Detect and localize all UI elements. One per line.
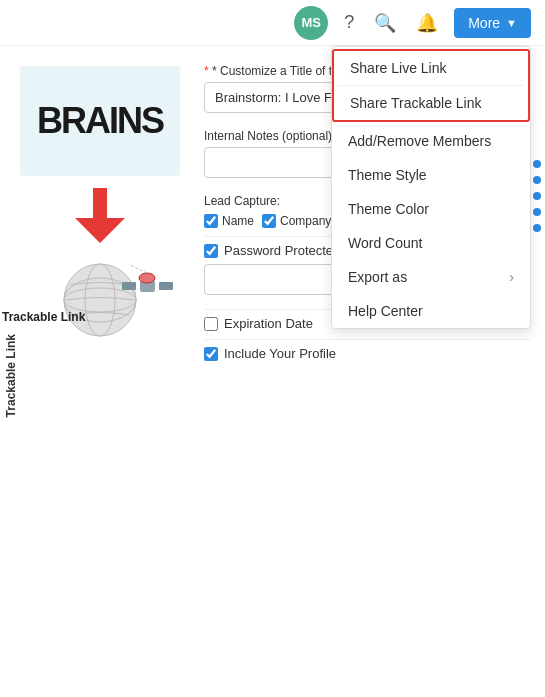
include-profile-checkbox[interactable] [204,347,218,361]
red-arrow-icon [75,188,125,243]
dropdown-item-word-count[interactable]: Word Count [332,226,530,260]
search-button[interactable]: 🔍 [370,8,400,38]
dropdown-item-theme-color[interactable]: Theme Color [332,192,530,226]
doc-thumbnail-text: BRAINS [37,100,163,142]
dot-3 [533,192,541,200]
checkbox-name[interactable]: Name [204,214,254,228]
trackable-link-sidebar-label: Trackable Link [0,330,22,421]
share-trackable-label: Share Trackable Link [350,95,482,111]
search-icon: 🔍 [374,12,396,34]
satellite-svg [120,260,175,315]
password-protected-checkbox[interactable] [204,244,218,258]
svg-marker-1 [75,218,125,243]
include-profile-label: Include Your Profile [224,346,336,361]
required-marker: * [204,64,209,78]
avatar[interactable]: MS [294,6,328,40]
dot-5 [533,224,541,232]
checkbox-name-input[interactable] [204,214,218,228]
svg-rect-0 [93,188,107,220]
question-icon: ? [344,12,354,33]
dot-2 [533,176,541,184]
add-remove-label: Add/Remove Members [348,133,491,149]
word-count-label: Word Count [348,235,422,251]
arrow-right-icon: › [509,269,514,285]
divider-3 [204,339,531,340]
expiration-date-checkbox[interactable] [204,317,218,331]
help-button[interactable]: ? [340,8,358,37]
theme-color-label: Theme Color [348,201,429,217]
dot-4 [533,208,541,216]
dropdown-item-export-as[interactable]: Export as › [332,260,530,294]
header: MS ? 🔍 🔔 More ▼ [0,0,545,46]
dropdown-item-help-center[interactable]: Help Center [332,294,530,328]
trackable-link-label: Trackable Link [2,310,85,324]
expiration-date-label: Expiration Date [224,316,313,331]
checkbox-company-input[interactable] [262,214,276,228]
more-label: More [468,15,500,31]
svg-point-9 [139,273,155,283]
bell-icon: 🔔 [416,12,438,34]
scroll-dots [533,160,541,232]
password-protected-label: Password Protected [224,243,340,258]
share-live-label: Share Live Link [350,60,447,76]
arrow-container [75,184,125,247]
dropdown-item-theme-style[interactable]: Theme Style [332,158,530,192]
profile-section: Include Your Profile [204,346,531,361]
dropdown-item-add-remove[interactable]: Add/Remove Members [332,124,530,158]
doc-thumbnail: BRAINS [20,66,180,176]
more-button[interactable]: More ▼ [454,8,531,38]
help-center-label: Help Center [348,303,423,319]
doc-preview-panel: BRAINS [0,56,200,377]
dot-1 [533,160,541,168]
profile-row: Include Your Profile [204,346,531,361]
svg-rect-7 [122,282,136,290]
dropdown-item-share-live[interactable]: Share Live Link [334,51,528,85]
chevron-down-icon: ▼ [506,17,517,29]
theme-style-label: Theme Style [348,167,427,183]
satellite-illustration [20,255,180,345]
notifications-button[interactable]: 🔔 [412,8,442,38]
dropdown-item-share-trackable[interactable]: Share Trackable Link [334,86,528,120]
svg-line-10 [130,265,147,273]
checkbox-name-label: Name [222,214,254,228]
checkbox-company[interactable]: Company [262,214,331,228]
dropdown-menu: Share Live Link Share Trackable Link Add… [331,46,531,329]
export-as-label: Export as [348,269,407,285]
svg-rect-8 [159,282,173,290]
checkbox-company-label: Company [280,214,331,228]
